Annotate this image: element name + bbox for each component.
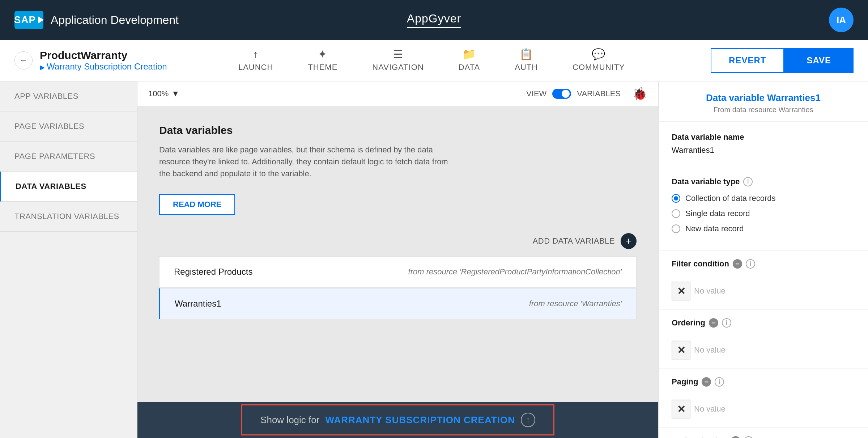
radio-single-label: Single data record	[685, 209, 750, 218]
community-icon: 💬	[592, 48, 605, 60]
tab-data-label: DATA	[459, 63, 480, 72]
launch-icon: ↑	[253, 48, 259, 60]
project-name: ProductWarranty	[40, 49, 167, 62]
tab-auth[interactable]: 📋 AUTH	[497, 40, 555, 81]
center-title-underline	[407, 27, 461, 28]
tab-community[interactable]: 💬 COMMUNITY	[555, 40, 642, 81]
auth-minus-icon[interactable]: −	[731, 436, 740, 438]
save-button[interactable]: SAVE	[784, 48, 854, 73]
auth-info-icon[interactable]: i	[744, 436, 753, 438]
var-resource-warranties1: from resource 'Warranties'	[529, 299, 622, 308]
paging-section: Paging − i ✕ No value	[659, 368, 868, 428]
paging-no-value: No value	[694, 404, 726, 414]
add-var-label: ADD DATA VARIABLE	[533, 236, 615, 246]
var-row-registered-products[interactable]: Registered Products from resource 'Regis…	[159, 256, 637, 287]
view-variables-toggle[interactable]	[552, 89, 571, 99]
filter-x-button[interactable]: ✕	[672, 282, 690, 300]
ordering-minus-icon[interactable]: −	[709, 318, 718, 328]
right-panel-title: Data variable Warranties1	[669, 92, 857, 104]
paging-minus-icon[interactable]: −	[702, 377, 711, 387]
ordering-info-icon[interactable]: i	[722, 318, 731, 328]
auth-icon: 📋	[519, 48, 533, 60]
view-label: VIEW	[526, 89, 546, 98]
sap-logo-text: SAP	[14, 14, 36, 26]
add-data-variable-button[interactable]: +	[621, 233, 637, 249]
page-name[interactable]: Warranty Subscription Creation	[40, 62, 167, 72]
top-nav: SAP Application Development AppGyver IA	[0, 0, 868, 40]
right-panel: Data variable Warranties1 From data reso…	[658, 81, 868, 438]
zoom-control[interactable]: 100% ▼	[148, 89, 179, 98]
view-toggle: VIEW VARIABLES 🐞	[526, 87, 647, 101]
radio-collection-label: Collection of data records	[685, 194, 775, 203]
radio-new[interactable]: New data record	[672, 224, 855, 233]
tab-theme-label: THEME	[308, 63, 337, 72]
data-variables-panel: Data variables Data variables are like p…	[137, 106, 658, 402]
tab-auth-label: AUTH	[515, 63, 538, 72]
show-logic-button[interactable]: Show logic for WARRANTY SUBSCRIPTION CRE…	[241, 404, 554, 435]
bug-icon[interactable]: 🐞	[632, 87, 647, 101]
read-more-button[interactable]: READ MORE	[159, 194, 235, 215]
tab-navigation[interactable]: ☰ NAVIGATION	[355, 40, 441, 81]
filter-info-icon[interactable]: i	[746, 259, 755, 269]
zoom-value: 100%	[148, 89, 169, 98]
filter-minus-icon[interactable]: −	[733, 259, 742, 269]
var-type-info-icon[interactable]: i	[743, 177, 753, 186]
toolbar-bar: 100% ▼ VIEW VARIABLES 🐞	[137, 81, 658, 106]
ordering-label: Ordering − i	[672, 318, 731, 328]
var-type-section: Data variable type i Collection of data …	[659, 166, 868, 250]
user-avatar[interactable]: IA	[829, 8, 854, 32]
radio-collection-dot	[674, 196, 678, 201]
main-layout: APP VARIABLES PAGE VARIABLES PAGE PARAME…	[0, 81, 868, 438]
tab-community-label: COMMUNITY	[573, 63, 625, 72]
sidebar-item-page-parameters[interactable]: PAGE PARAMETERS	[0, 142, 137, 172]
var-name-warranties1: Warranties1	[175, 299, 221, 309]
paging-label: Paging − i	[672, 377, 724, 387]
var-row-warranties1[interactable]: Warranties1 from resource 'Warranties'	[159, 288, 637, 319]
revert-button[interactable]: REVERT	[711, 48, 784, 73]
tab-data[interactable]: 📁 DATA	[441, 40, 497, 81]
navigation-icon: ☰	[393, 48, 403, 60]
theme-icon: ✦	[318, 48, 327, 60]
paging-x-button[interactable]: ✕	[672, 400, 690, 418]
ordering-section: Ordering − i ✕ No value	[659, 309, 868, 368]
paging-header: Paging − i	[672, 377, 855, 394]
action-buttons: REVERT SAVE	[711, 48, 854, 73]
sap-triangle-icon	[38, 16, 44, 24]
paging-info-icon[interactable]: i	[715, 377, 724, 387]
authentication-section: Authentication − i	[659, 428, 868, 438]
radio-collection-circle	[672, 194, 680, 203]
data-icon: 📁	[462, 48, 476, 60]
filter-condition-section: Filter condition − i ✕ No value	[659, 250, 868, 309]
show-logic-label: Show logic for	[260, 414, 319, 426]
variables-label: VARIABLES	[577, 89, 621, 98]
radio-single[interactable]: Single data record	[672, 209, 855, 218]
sidebar-item-page-variables[interactable]: PAGE VARIABLES	[0, 111, 137, 142]
sidebar-item-translation-variables[interactable]: TRANSLATION VARIABLES	[0, 202, 137, 232]
radio-new-label: New data record	[685, 224, 744, 233]
var-name-section: Data variable name Warranties1	[659, 122, 868, 166]
radio-single-circle	[672, 209, 680, 218]
sidebar-item-data-variables[interactable]: DATA VARIABLES	[0, 172, 137, 202]
center-title: AppGyver	[407, 12, 461, 28]
filter-value-row: ✕ No value	[672, 282, 855, 300]
radio-collection[interactable]: Collection of data records	[672, 194, 855, 203]
filter-no-value: No value	[694, 286, 726, 296]
var-resource-registered-products: from resource 'RegisteredProductPartyInf…	[408, 267, 622, 277]
auth-label: Authentication − i	[672, 436, 855, 438]
tab-theme[interactable]: ✦ THEME	[290, 40, 355, 81]
var-name-registered-products: Registered Products	[174, 267, 252, 277]
ordering-no-value: No value	[694, 345, 726, 355]
paging-value-row: ✕ No value	[672, 400, 855, 418]
ordering-x-button[interactable]: ✕	[672, 341, 690, 359]
var-name-value: Warranties1	[672, 146, 855, 155]
second-nav: ← ProductWarranty Warranty Subscription …	[0, 40, 868, 81]
sap-logo: SAP	[14, 11, 43, 29]
filter-header: Filter condition − i	[672, 259, 855, 276]
panel-title: Data variables	[159, 124, 637, 136]
tab-launch[interactable]: ↑ LAUNCH	[221, 40, 290, 81]
sidebar-item-app-variables[interactable]: APP VARIABLES	[0, 81, 137, 111]
ordering-value-row: ✕ No value	[672, 341, 855, 359]
project-info: ProductWarranty Warranty Subscription Cr…	[40, 49, 167, 72]
back-button[interactable]: ←	[14, 51, 33, 70]
center-content: 100% ▼ VIEW VARIABLES 🐞 Data variables D…	[137, 81, 658, 438]
